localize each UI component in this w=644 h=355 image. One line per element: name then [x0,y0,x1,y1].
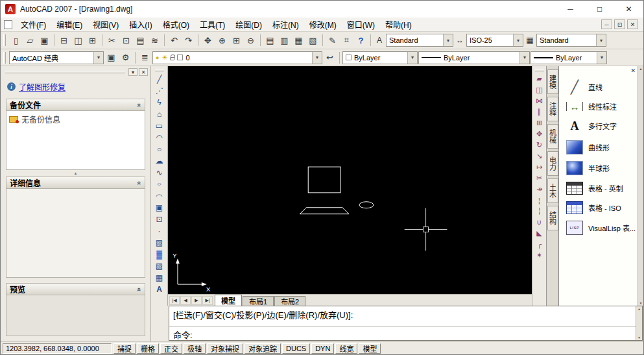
save-workspace-icon[interactable]: ▣ [104,51,118,64]
properties-icon[interactable]: ▤ [263,34,277,47]
color-combo[interactable]: ByLayer ▾ [342,51,418,64]
table-style-icon[interactable]: ▦ [524,36,536,45]
recovery-help-link[interactable]: 了解图形修复 [19,81,66,92]
dropdown-arrow-icon[interactable]: ▾ [407,52,417,64]
workspace-settings-icon[interactable]: ⚙ [119,51,132,64]
mdi-close-button[interactable]: ✕ [627,19,638,29]
palette-item-2[interactable]: A多行文字 [559,115,638,137]
hatch-icon[interactable]: ▨ [153,237,166,249]
help-icon[interactable]: ? [354,34,368,47]
palette-item-5[interactable]: 表格 - 英制 [559,178,638,198]
undo-icon[interactable]: ↶ [167,34,181,47]
toolbar-grip[interactable] [535,69,544,71]
dropdown-arrow-icon[interactable]: ▾ [513,34,523,46]
palette-tab-2[interactable]: 机械 [547,124,558,149]
table-style-combo[interactable]: Standard ▾ [536,34,606,47]
toolbar-grip[interactable] [155,69,164,71]
redo-icon[interactable]: ↷ [182,34,195,47]
palette-tab-5[interactable]: 结构 [547,206,558,230]
copy-icon[interactable]: ⊡ [119,34,133,47]
extend-icon[interactable]: ↠ [534,184,545,195]
scroll-up-icon[interactable]: ▲ [639,67,643,71]
status-toggle-5[interactable]: 对象追踪 [244,343,281,354]
new-icon[interactable]: ▯ [9,34,23,47]
table-icon[interactable]: ▦ [153,272,166,284]
spline-icon[interactable]: ∿ [153,167,166,178]
save-icon[interactable]: ▣ [38,34,51,47]
collapse-chevron-icon[interactable]: « [136,103,143,106]
menu-item-3[interactable]: 插入(I) [124,18,157,31]
palette-item-7[interactable]: LISPVisualLisp 表... [559,217,638,238]
sheetset-manager-icon[interactable]: ▧ [306,34,320,47]
panel-splitter-handle[interactable]: ▴ [6,170,145,177]
palette-tab-4[interactable]: 土木 [547,178,558,203]
line-icon[interactable]: ╱ [153,73,166,85]
status-toggle-4[interactable]: 对象捕捉 [207,343,243,354]
break-at-point-icon[interactable]: ¦ [534,195,545,206]
quickcalc-icon[interactable]: ⌗ [340,34,353,47]
layer-properties-manager-icon[interactable]: ≣ [138,51,152,64]
palette-item-4[interactable]: 半球形 [559,158,638,178]
trim-icon[interactable]: ✂ [534,173,545,184]
match-properties-icon[interactable]: ≋ [148,34,161,47]
layer-freeze-icon[interactable]: ☀ [161,54,167,61]
array-icon[interactable]: ⊞ [534,117,545,129]
make-block-icon[interactable]: ⊡ [153,214,166,225]
point-icon[interactable]: ∙ [153,225,166,237]
zoom-window-icon[interactable]: ⊞ [230,34,243,47]
dropdown-arrow-icon[interactable]: ▾ [93,52,103,64]
monitor-screen-drawing[interactable] [308,167,340,193]
erase-icon[interactable]: ▰ [534,73,545,84]
workspace-combo[interactable]: AutoCAD 经典 ▾ [9,51,104,64]
palette-item-1[interactable]: ↔线性标注 [559,98,638,115]
menu-item-2[interactable]: 视图(V) [88,18,124,31]
join-icon[interactable]: ∪ [534,217,545,228]
tab-first-button[interactable]: |◀ [169,296,180,305]
designcenter-icon[interactable]: ▥ [278,34,291,47]
monitor-stand-drawing[interactable] [300,208,349,214]
menu-item-7[interactable]: 标注(N) [267,18,304,31]
mouse-ellipse-drawing[interactable] [359,202,374,208]
status-toggle-0[interactable]: 捕捉 [113,343,136,354]
menu-item-0[interactable]: 文件(F) [16,18,51,31]
menu-item-10[interactable]: 帮助(H) [380,18,417,31]
dropdown-arrow-icon[interactable]: ▾ [443,34,453,46]
copy-object-icon[interactable]: ◫ [534,84,545,95]
maximize-button[interactable]: □ [585,1,614,18]
move-icon[interactable]: ✥ [534,129,545,140]
text-style-combo[interactable]: Standard ▾ [386,34,453,47]
command-input-line[interactable]: 命令: [169,326,636,340]
status-toggle-7[interactable]: DYN [311,343,334,354]
details-header[interactable]: 详细信息 « [6,177,145,188]
dropdown-arrow-icon[interactable]: ▾ [596,34,606,46]
mdi-minimize-button[interactable]: ─ [601,19,612,29]
toolbar-grip[interactable] [3,52,6,64]
break-icon[interactable]: ╎ [534,206,545,217]
status-toggle-1[interactable]: 栅格 [137,343,159,354]
zoom-previous-icon[interactable]: ⊖ [244,34,257,47]
scroll-up-icon[interactable]: ▲ [638,307,641,311]
publish-icon[interactable]: ⊞ [86,34,99,47]
coordinate-readout[interactable]: 1203.3982, 668.0348, 0.0000 [3,343,112,354]
ellipse-icon[interactable]: ○ [153,181,166,188]
status-toggle-3[interactable]: 极轴 [184,343,206,354]
polyline-icon[interactable]: ϟ [153,97,166,108]
dim-style-icon[interactable]: ↔ [454,36,466,45]
tool-palettes-icon[interactable]: ▦ [292,34,305,47]
linetype-combo[interactable]: ByLayer ▾ [418,51,530,64]
circle-icon[interactable]: ○ [153,143,166,155]
status-toggle-2[interactable]: 正交 [160,343,182,354]
minimize-button[interactable]: ─ [556,1,585,18]
palette-item-3[interactable]: 曲线形 [559,137,638,158]
polygon-icon[interactable]: ⌂ [153,108,166,120]
collapse-chevron-icon[interactable]: « [136,180,143,184]
palette-tab-1[interactable]: 注释 [547,97,558,121]
layer-combo[interactable]: ● ☀ 0 ▾ [152,51,322,64]
layer-color-swatch[interactable] [177,55,183,60]
dropdown-arrow-icon[interactable]: ▾ [519,52,529,64]
offset-icon[interactable]: ∥ [534,106,545,117]
layout-tab-0[interactable]: 模型 [215,295,242,306]
palette-tab-3[interactable]: 电力 [547,151,558,176]
insert-block-icon[interactable]: ▣ [153,202,166,214]
backup-files-header[interactable]: 备份文件 « [6,99,145,110]
